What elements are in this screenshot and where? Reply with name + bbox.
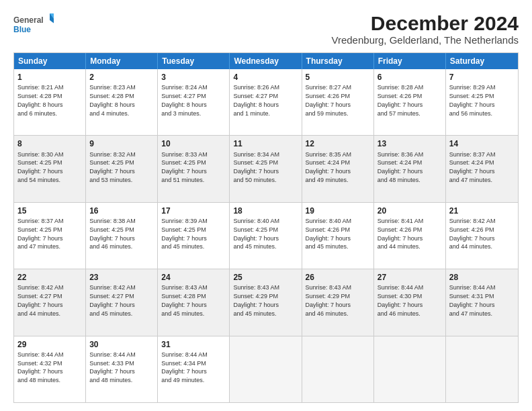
cell-info: Sunrise: 8:24 AMSunset: 4:27 PMDaylight:…	[161, 84, 208, 116]
day-number: 3	[161, 72, 226, 83]
header-day-thursday: Thursday	[302, 53, 374, 69]
day-number: 21	[449, 205, 515, 216]
calendar-cell	[446, 336, 518, 402]
calendar-cell: 17 Sunrise: 8:39 AMSunset: 4:25 PMDaylig…	[158, 203, 230, 269]
cell-info: Sunrise: 8:37 AMSunset: 4:25 PMDaylight:…	[17, 218, 64, 250]
calendar-cell: 4 Sunrise: 8:26 AMSunset: 4:27 PMDayligh…	[230, 69, 302, 135]
cell-info: Sunrise: 8:43 AMSunset: 4:29 PMDaylight:…	[233, 284, 279, 316]
header-day-monday: Monday	[86, 53, 158, 69]
cell-info: Sunrise: 8:41 AMSunset: 4:26 PMDaylight:…	[378, 218, 424, 250]
day-number: 6	[378, 72, 442, 83]
calendar-cell: 10 Sunrise: 8:33 AMSunset: 4:25 PMDaylig…	[158, 136, 230, 201]
calendar-cell: 28 Sunrise: 8:44 AMSunset: 4:31 PMDaylig…	[446, 269, 518, 335]
cell-info: Sunrise: 8:29 AMSunset: 4:25 PMDaylight:…	[449, 84, 496, 116]
calendar-cell	[302, 336, 374, 402]
calendar-cell: 29 Sunrise: 8:44 AMSunset: 4:32 PMDaylig…	[14, 336, 86, 402]
cell-info: Sunrise: 8:43 AMSunset: 4:29 PMDaylight:…	[306, 284, 352, 316]
svg-text:General: General	[13, 15, 44, 25]
day-number: 20	[378, 205, 442, 216]
calendar-cell: 24 Sunrise: 8:43 AMSunset: 4:28 PMDaylig…	[158, 269, 230, 335]
calendar-cell: 31 Sunrise: 8:44 AMSunset: 4:34 PMDaylig…	[158, 336, 230, 402]
calendar-header: SundayMondayTuesdayWednesdayThursdayFrid…	[14, 53, 518, 69]
calendar-cell: 19 Sunrise: 8:40 AMSunset: 4:26 PMDaylig…	[302, 203, 374, 269]
header-day-wednesday: Wednesday	[230, 53, 302, 69]
main-title: December 2024	[331, 12, 519, 34]
day-number: 23	[89, 272, 154, 283]
logo: General Blue	[13, 12, 54, 36]
calendar-row-4: 22 Sunrise: 8:42 AMSunset: 4:27 PMDaylig…	[14, 269, 518, 335]
calendar-cell: 9 Sunrise: 8:32 AMSunset: 4:25 PMDayligh…	[86, 136, 158, 201]
cell-info: Sunrise: 8:36 AMSunset: 4:24 PMDaylight:…	[378, 151, 424, 183]
calendar-cell: 25 Sunrise: 8:43 AMSunset: 4:29 PMDaylig…	[230, 269, 302, 335]
header-day-sunday: Sunday	[14, 53, 86, 69]
day-number: 24	[161, 272, 226, 283]
day-number: 5	[306, 72, 370, 83]
day-number: 10	[161, 138, 226, 149]
cell-info: Sunrise: 8:37 AMSunset: 4:24 PMDaylight:…	[449, 151, 496, 183]
day-number: 17	[161, 205, 226, 216]
calendar-cell: 5 Sunrise: 8:27 AMSunset: 4:26 PMDayligh…	[302, 69, 374, 135]
cell-info: Sunrise: 8:30 AMSunset: 4:25 PMDaylight:…	[17, 151, 64, 183]
cell-info: Sunrise: 8:44 AMSunset: 4:30 PMDaylight:…	[378, 284, 424, 316]
page: General Blue December 2024 Vredenburg, G…	[0, 0, 532, 411]
cell-info: Sunrise: 8:42 AMSunset: 4:27 PMDaylight:…	[89, 284, 136, 316]
calendar-cell: 22 Sunrise: 8:42 AMSunset: 4:27 PMDaylig…	[14, 269, 86, 335]
logo-svg: General Blue	[13, 12, 54, 36]
cell-info: Sunrise: 8:34 AMSunset: 4:25 PMDaylight:…	[233, 151, 279, 183]
calendar-cell: 30 Sunrise: 8:44 AMSunset: 4:33 PMDaylig…	[86, 336, 158, 402]
day-number: 31	[161, 339, 226, 350]
day-number: 7	[449, 72, 515, 83]
calendar-cell	[374, 336, 446, 402]
day-number: 22	[17, 272, 82, 283]
calendar-cell: 14 Sunrise: 8:37 AMSunset: 4:24 PMDaylig…	[446, 136, 518, 201]
calendar-cell: 21 Sunrise: 8:42 AMSunset: 4:26 PMDaylig…	[446, 203, 518, 269]
day-number: 18	[233, 205, 298, 216]
calendar-cell: 12 Sunrise: 8:35 AMSunset: 4:24 PMDaylig…	[302, 136, 374, 201]
cell-info: Sunrise: 8:33 AMSunset: 4:25 PMDaylight:…	[161, 151, 208, 183]
day-number: 4	[233, 72, 298, 83]
calendar: SundayMondayTuesdayWednesdayThursdayFrid…	[13, 52, 519, 403]
day-number: 30	[89, 339, 154, 350]
header-day-saturday: Saturday	[446, 53, 518, 69]
calendar-cell: 18 Sunrise: 8:40 AMSunset: 4:25 PMDaylig…	[230, 203, 302, 269]
cell-info: Sunrise: 8:44 AMSunset: 4:34 PMDaylight:…	[161, 351, 208, 383]
cell-info: Sunrise: 8:44 AMSunset: 4:33 PMDaylight:…	[89, 351, 136, 383]
calendar-cell: 27 Sunrise: 8:44 AMSunset: 4:30 PMDaylig…	[374, 269, 446, 335]
cell-info: Sunrise: 8:40 AMSunset: 4:26 PMDaylight:…	[306, 218, 352, 250]
day-number: 9	[89, 138, 154, 149]
calendar-row-5: 29 Sunrise: 8:44 AMSunset: 4:32 PMDaylig…	[14, 336, 518, 402]
calendar-cell	[230, 336, 302, 402]
day-number: 14	[449, 138, 515, 149]
calendar-cell: 7 Sunrise: 8:29 AMSunset: 4:25 PMDayligh…	[446, 69, 518, 135]
day-number: 27	[378, 272, 442, 283]
calendar-cell: 6 Sunrise: 8:28 AMSunset: 4:26 PMDayligh…	[374, 69, 446, 135]
day-number: 19	[306, 205, 370, 216]
cell-info: Sunrise: 8:42 AMSunset: 4:26 PMDaylight:…	[449, 218, 496, 250]
day-number: 29	[17, 339, 82, 350]
calendar-row-2: 8 Sunrise: 8:30 AMSunset: 4:25 PMDayligh…	[14, 135, 518, 201]
day-number: 11	[233, 138, 298, 149]
day-number: 2	[89, 72, 154, 83]
day-number: 16	[89, 205, 154, 216]
calendar-cell: 20 Sunrise: 8:41 AMSunset: 4:26 PMDaylig…	[374, 203, 446, 269]
cell-info: Sunrise: 8:26 AMSunset: 4:27 PMDaylight:…	[233, 84, 279, 116]
header-day-friday: Friday	[374, 53, 446, 69]
day-number: 1	[17, 72, 82, 83]
cell-info: Sunrise: 8:27 AMSunset: 4:26 PMDaylight:…	[306, 84, 352, 116]
subtitle: Vredenburg, Gelderland, The Netherlands	[331, 34, 519, 46]
cell-info: Sunrise: 8:39 AMSunset: 4:25 PMDaylight:…	[161, 218, 208, 250]
cell-info: Sunrise: 8:28 AMSunset: 4:26 PMDaylight:…	[378, 84, 424, 116]
day-number: 8	[17, 138, 82, 149]
calendar-cell: 26 Sunrise: 8:43 AMSunset: 4:29 PMDaylig…	[302, 269, 374, 335]
calendar-cell: 3 Sunrise: 8:24 AMSunset: 4:27 PMDayligh…	[158, 69, 230, 135]
cell-info: Sunrise: 8:40 AMSunset: 4:25 PMDaylight:…	[233, 218, 279, 250]
cell-info: Sunrise: 8:21 AMSunset: 4:28 PMDaylight:…	[17, 84, 64, 116]
calendar-cell: 15 Sunrise: 8:37 AMSunset: 4:25 PMDaylig…	[14, 203, 86, 269]
calendar-cell: 16 Sunrise: 8:38 AMSunset: 4:25 PMDaylig…	[86, 203, 158, 269]
day-number: 25	[233, 272, 298, 283]
svg-text:Blue: Blue	[13, 25, 31, 34]
cell-info: Sunrise: 8:43 AMSunset: 4:28 PMDaylight:…	[161, 284, 208, 316]
day-number: 26	[306, 272, 370, 283]
cell-info: Sunrise: 8:42 AMSunset: 4:27 PMDaylight:…	[17, 284, 64, 316]
calendar-cell: 23 Sunrise: 8:42 AMSunset: 4:27 PMDaylig…	[86, 269, 158, 335]
